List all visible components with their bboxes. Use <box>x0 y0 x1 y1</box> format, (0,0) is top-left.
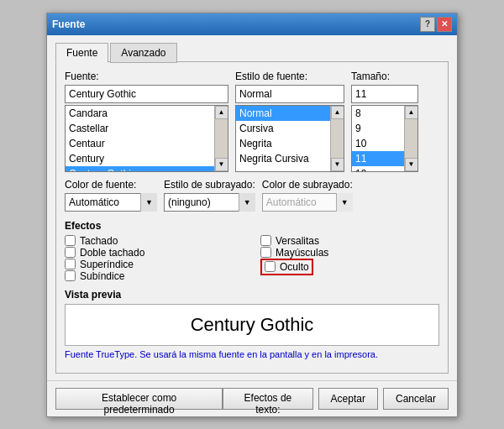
efectos-title: Efectos <box>65 220 439 232</box>
fuente-listbox-inner: Candara Castellar Centaur Century Centur… <box>66 106 214 172</box>
list-item-negrita[interactable]: Negrita <box>236 136 330 151</box>
color-fuente-select[interactable]: Automático <box>65 193 157 212</box>
list-item[interactable]: Candara <box>66 106 214 121</box>
list-item-11[interactable]: 11 <box>352 151 404 166</box>
fuente-column: Fuente: Candara Castellar Centaur Centur… <box>65 71 228 172</box>
help-button[interactable]: ? <box>420 17 435 32</box>
color-fuente-wrap: Automático ▼ <box>65 193 157 212</box>
list-item[interactable]: Centaur <box>66 136 214 151</box>
efectos-section: Efectos Tachado Doble tachado <box>65 220 439 282</box>
subindice-row: Subíndice <box>65 270 244 282</box>
versalitas-checkbox[interactable] <box>260 235 271 246</box>
superindice-label: Superíndice <box>80 259 134 270</box>
versalitas-row: Versalitas <box>260 235 439 247</box>
scroll-down-arrow[interactable]: ▼ <box>215 158 228 171</box>
scroll-up-arrow[interactable]: ▲ <box>215 106 228 119</box>
dropdowns-row: Color de fuente: Automático ▼ Estilo de … <box>65 179 439 212</box>
scroll-track <box>331 119 344 158</box>
fuente-scrollbar[interactable]: ▲ ▼ <box>214 106 228 171</box>
subindice-checkbox[interactable] <box>65 270 76 281</box>
tabs: Fuente Avanzado <box>55 42 449 62</box>
bottom-buttons: Establecer como predeterminado Efectos d… <box>47 380 457 416</box>
mayusculas-checkbox[interactable] <box>260 247 271 258</box>
tachado-label: Tachado <box>80 235 118 247</box>
estilo-subrayado-select[interactable]: (ninguno) <box>164 193 248 212</box>
fuente-dialog: Fuente ? ✕ Fuente Avanzado Fuente: Can <box>46 13 458 417</box>
superindice-checkbox[interactable] <box>65 259 76 269</box>
title-bar-buttons: ? ✕ <box>420 17 452 32</box>
tamano-listbox-inner: 8 9 10 11 12 <box>352 106 404 172</box>
tachado-checkbox[interactable] <box>65 235 76 246</box>
efectos-texto-button[interactable]: Efectos de texto: <box>223 388 312 410</box>
info-text: Fuente TrueType. Se usará la misma fuent… <box>65 349 439 359</box>
fuente-listbox[interactable]: Candara Castellar Centaur Century Centur… <box>65 105 228 172</box>
estilo-listbox[interactable]: Normal Cursiva Negrita Negrita Cursiva ▲… <box>235 105 344 172</box>
preview-box: Century Gothic <box>65 304 439 346</box>
color-subrayado-select[interactable]: Automático <box>262 193 346 212</box>
dialog-body: Fuente Avanzado Fuente: Candara Castella… <box>47 35 457 380</box>
establecer-button[interactable]: Establecer como predeterminado <box>55 388 223 410</box>
preview-text: Century Gothic <box>191 314 314 336</box>
color-subrayado-group: Color de subrayado: Automático ▼ <box>262 179 353 212</box>
oculto-highlight: Oculto <box>260 259 313 275</box>
estilo-scrollbar[interactable]: ▲ ▼ <box>330 106 344 171</box>
efectos-grid: Tachado Doble tachado Superíndice S <box>65 235 439 282</box>
list-item[interactable]: Century <box>66 151 214 166</box>
tab-avanzado[interactable]: Avanzado <box>110 43 176 63</box>
list-item-normal[interactable]: Normal <box>236 106 330 121</box>
estilo-label: Estilo de fuente: <box>235 71 344 82</box>
mayusculas-label: Mayúsculas <box>276 247 328 259</box>
oculto-row: Oculto <box>260 259 439 275</box>
tamano-input[interactable] <box>351 85 418 103</box>
versalitas-label: Versalitas <box>276 235 319 247</box>
title-bar: Fuente ? ✕ <box>47 13 457 35</box>
scroll-down-arrow[interactable]: ▼ <box>405 158 418 171</box>
tamano-column: Tamaño: 8 9 10 11 12 ▲ ▼ <box>351 71 418 172</box>
fuente-label: Fuente: <box>65 71 228 82</box>
list-item-cursiva[interactable]: Cursiva <box>236 121 330 136</box>
color-fuente-label: Color de fuente: <box>65 179 157 191</box>
color-fuente-group: Color de fuente: Automático ▼ <box>65 179 157 212</box>
vista-previa-section: Vista previa Century Gothic Fuente TrueT… <box>65 289 439 359</box>
estilo-subrayado-group: Estilo de subrayado: (ninguno) ▼ <box>164 179 255 212</box>
tab-content: Fuente: Candara Castellar Centaur Centur… <box>55 61 449 374</box>
estilo-listbox-inner: Normal Cursiva Negrita Negrita Cursiva <box>236 106 330 166</box>
scroll-up-arrow[interactable]: ▲ <box>405 106 418 119</box>
cancelar-button[interactable]: Cancelar <box>383 388 449 410</box>
tamano-listbox[interactable]: 8 9 10 11 12 ▲ ▼ <box>351 105 418 172</box>
color-subrayado-label: Color de subrayado: <box>262 179 353 191</box>
list-item-10[interactable]: 10 <box>352 136 404 151</box>
tachado-row: Tachado <box>65 235 244 247</box>
estilo-column: Estilo de fuente: Normal Cursiva Negrita… <box>235 71 344 172</box>
efectos-left: Tachado Doble tachado Superíndice S <box>65 235 244 282</box>
estilo-subrayado-wrap: (ninguno) ▼ <box>164 193 255 212</box>
list-item-selected[interactable]: Century Gothic <box>66 166 214 172</box>
doble-tachado-checkbox[interactable] <box>65 247 76 258</box>
list-item-9[interactable]: 9 <box>352 121 404 136</box>
tamano-label: Tamaño: <box>351 71 418 82</box>
list-item[interactable]: Castellar <box>66 121 214 136</box>
tab-fuente[interactable]: Fuente <box>55 43 108 63</box>
efectos-right: Versalitas Mayúsculas Oculto <box>260 235 439 282</box>
doble-tachado-label: Doble tachado <box>80 247 144 259</box>
superindice-row: Superíndice <box>65 259 244 270</box>
aceptar-button[interactable]: Aceptar <box>318 388 378 410</box>
oculto-checkbox[interactable] <box>265 261 276 272</box>
list-item-negrita-cursiva[interactable]: Negrita Cursiva <box>236 151 330 166</box>
mayusculas-row: Mayúsculas <box>260 247 439 259</box>
scroll-up-arrow[interactable]: ▲ <box>331 106 344 119</box>
estilo-input[interactable] <box>235 85 344 103</box>
close-button[interactable]: ✕ <box>437 17 452 32</box>
scroll-track <box>405 119 417 158</box>
estilo-subrayado-label: Estilo de subrayado: <box>164 179 255 191</box>
scroll-track <box>215 119 228 158</box>
list-item-12[interactable]: 12 <box>352 166 404 172</box>
scroll-down-arrow[interactable]: ▼ <box>331 158 344 171</box>
doble-tachado-row: Doble tachado <box>65 247 244 259</box>
vista-previa-label: Vista previa <box>65 289 439 301</box>
subindice-label: Subíndice <box>80 270 124 282</box>
list-item-8[interactable]: 8 <box>352 106 404 121</box>
tamano-scrollbar[interactable]: ▲ ▼ <box>404 106 417 171</box>
fuente-input[interactable] <box>65 85 228 103</box>
color-subrayado-wrap: Automático ▼ <box>262 193 353 212</box>
